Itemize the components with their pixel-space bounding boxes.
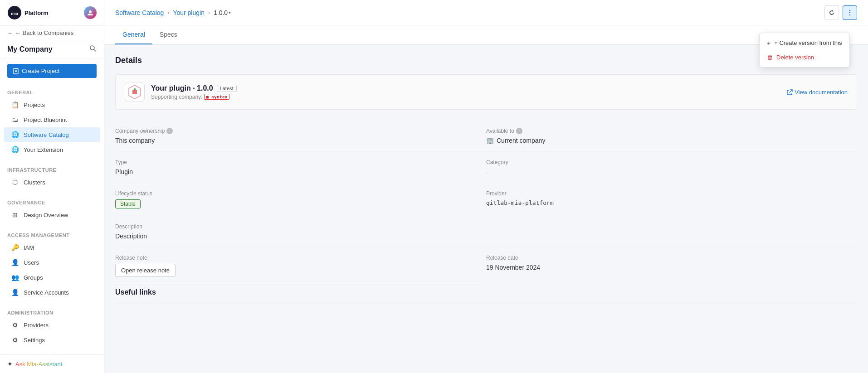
details-grid: Company ownership i This company Availab… [115,121,857,285]
back-arrow-icon: ← [7,29,13,36]
available-to-text: Current company [497,137,545,144]
release-date-field: Release date 19 November 2024 [486,247,857,285]
nav-section-label: INFRASTRUCTURE [0,165,104,174]
nav-section-label: ACCESS MANAGEMENT [0,230,104,240]
sidebar-item-your-extension[interactable]: 🌐Your Extension [4,142,100,157]
sidebar-item-label-project-blueprint: Project Blueprint [24,116,67,123]
category-field: Category - [486,152,857,183]
svg-point-10 [849,14,851,15]
sidebar-item-label-iam: IAM [24,244,34,251]
svg-point-8 [849,10,851,11]
nav-section-administration: ADMINISTRATION⚙Providers⚙Settings [0,304,104,351]
sidebar-item-software-catalog[interactable]: 🌐Software Catalog [4,127,100,142]
breadcrumb-your-plugin[interactable]: Your plugin [173,9,205,16]
users-icon: 👤 [11,259,19,266]
sidebar-item-label-service-accounts: Service Accounts [24,289,69,296]
provider-field: Provider gitlab-mia-platform [486,183,857,216]
svg-rect-12 [132,90,137,94]
sidebar-item-projects[interactable]: 📋Projects [4,97,100,112]
sidebar-item-project-blueprint[interactable]: 🗂Project Blueprint [4,112,100,127]
nav-section-label: ADMINISTRATION [0,307,104,317]
category-label: Category [486,159,857,165]
description-value: Description [115,233,839,240]
sidebar-item-users[interactable]: 👤Users [4,255,100,270]
sidebar-item-service-accounts[interactable]: 👤Service Accounts [4,285,100,300]
more-icon [847,10,853,16]
building-icon: 🏢 [486,137,494,144]
supporting-company-label: Supporting company: [151,94,202,100]
create-project-button[interactable]: Create Project [7,64,97,78]
plugin-hex-icon [127,84,143,100]
external-link-icon [787,89,793,95]
plugin-name-row: Your plugin · 1.0.0 Latest [151,84,237,92]
release-note-value: Open release note [115,264,468,277]
settings-icon: ⚙ [11,336,19,344]
breadcrumb: Software Catalog › Your plugin › 1.0.0 ▾ [115,9,231,16]
search-icon [89,45,97,52]
breadcrumb-software-catalog[interactable]: Software Catalog [115,9,164,16]
sidebar-item-settings[interactable]: ⚙Settings [4,333,100,347]
ask-mia-button[interactable]: ✦ Ask Mia-Assistant [0,354,104,373]
refresh-icon [829,10,835,16]
plugin-icon [125,82,145,102]
project-blueprint-icon: 🗂 [11,116,19,123]
service-accounts-icon: 👤 [11,289,19,296]
sidebar-item-label-groups: Groups [24,274,43,281]
iam-icon: 🔑 [11,244,19,251]
sidebar-header: mia Platform [0,0,104,26]
open-release-note-button[interactable]: Open release note [115,264,176,277]
version-label: 1.0.0 [214,9,228,16]
breadcrumb-sep-2: › [208,10,210,16]
release-date-label: Release date [486,255,857,261]
available-to-info-icon[interactable]: i [516,128,522,134]
your-extension-icon: 🌐 [11,146,19,153]
search-button[interactable] [89,45,97,53]
mia-star-icon: ✦ [7,360,13,368]
sidebar-item-providers[interactable]: ⚙Providers [4,318,100,332]
type-field: Type Plugin [115,152,486,183]
create-version-menu-item[interactable]: + + Create version from this [760,36,849,50]
view-documentation-link[interactable]: View documentation [787,89,848,96]
providers-icon: ⚙ [11,321,19,329]
tab-general[interactable]: General [115,25,152,44]
delete-version-menu-item[interactable]: 🗑 Delete version [760,50,849,64]
sidebar-item-clusters[interactable]: ⬡Clusters [4,175,100,189]
company-name: My Company [7,45,53,53]
user-avatar[interactable] [84,6,97,19]
back-link-text: ← Back to Companies [15,29,73,36]
sidebar-item-label-design-overview: Design Overview [24,212,68,218]
dropdown-menu: + + Create version from this 🗑 Delete ve… [759,33,850,68]
description-field: Description Description [115,216,857,247]
design-overview-icon: ⊞ [11,211,19,218]
content-area: Details Your plugin · [104,45,868,373]
lifecycle-status-field: Lifecycle status Stable [115,183,486,216]
groups-icon: 👥 [11,274,19,281]
type-value: Plugin [115,168,468,175]
svg-point-9 [849,12,851,13]
navigation: GENERAL📋Projects🗂Project Blueprint🌐Softw… [0,83,104,351]
svg-text:mia: mia [11,11,19,16]
logo-area: mia Platform [7,5,49,20]
tab-specs[interactable]: Specs [152,25,185,44]
svg-rect-13 [134,88,136,90]
software-catalog-icon: 🌐 [11,131,19,138]
company-header: My Company [0,40,104,58]
company-ownership-info-icon[interactable]: i [166,128,173,134]
sidebar-item-groups[interactable]: 👥Groups [4,270,100,285]
plugin-company: Supporting company: ■ nyntex [151,94,237,100]
more-options-button[interactable] [843,5,857,20]
back-to-companies-link[interactable]: ← ← Back to Companies [0,26,104,40]
lifecycle-status-value: Stable [115,199,468,208]
version-caret-icon: ▾ [229,10,231,15]
create-version-label: + Create version from this [774,39,842,46]
sidebar-item-iam[interactable]: 🔑IAM [4,240,100,255]
projects-icon: 📋 [11,101,19,108]
sidebar-item-label-providers: Providers [24,322,49,329]
topbar-actions: + + Create version from this 🗑 Delete ve… [824,5,857,20]
category-value: - [486,168,857,175]
version-dropdown[interactable]: 1.0.0 ▾ [214,9,231,16]
company-ownership-label: Company ownership i [115,128,468,134]
sidebar-item-design-overview[interactable]: ⊞Design Overview [4,208,100,222]
refresh-button[interactable] [824,5,839,20]
plugin-version: 1.0.0 [197,84,213,92]
